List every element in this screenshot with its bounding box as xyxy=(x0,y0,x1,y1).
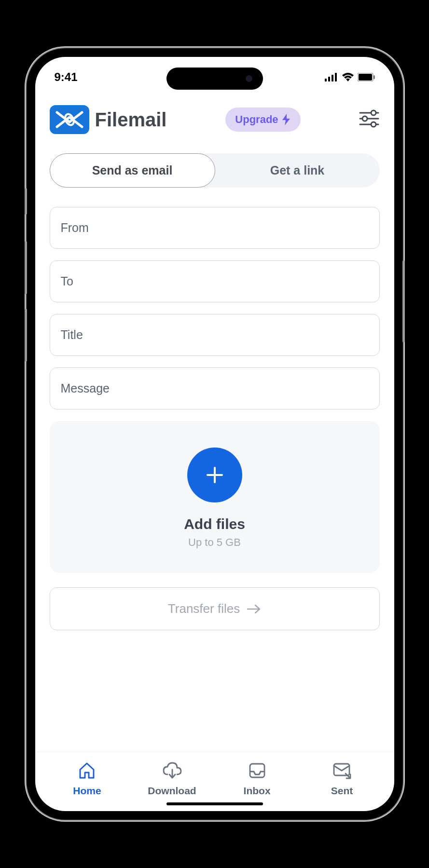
plus-icon xyxy=(205,465,225,485)
nav-home[interactable]: Home xyxy=(63,761,111,797)
svg-rect-18 xyxy=(250,764,264,777)
svg-point-13 xyxy=(371,122,376,127)
cloud-download-icon xyxy=(162,761,183,780)
transfer-label: Transfer files xyxy=(168,601,240,616)
upgrade-label: Upgrade xyxy=(235,113,278,126)
sent-icon xyxy=(332,761,352,780)
app-logo: Filemail xyxy=(50,105,167,134)
svg-rect-5 xyxy=(359,74,372,81)
nav-inbox[interactable]: Inbox xyxy=(233,761,281,797)
svg-rect-6 xyxy=(374,75,375,79)
add-files-button[interactable] xyxy=(187,448,242,502)
arrow-right-icon xyxy=(247,604,261,614)
svg-rect-3 xyxy=(335,73,337,81)
settings-icon[interactable] xyxy=(359,109,379,130)
svg-point-7 xyxy=(63,113,75,127)
app-header: Filemail Upgrade xyxy=(35,91,394,144)
home-indicator[interactable] xyxy=(166,802,263,805)
nav-sent[interactable]: Sent xyxy=(318,761,366,797)
lightning-icon xyxy=(281,114,291,125)
nav-home-label: Home xyxy=(73,785,101,797)
add-files-area[interactable]: Add files Up to 5 GB xyxy=(50,421,380,573)
nav-sent-label: Sent xyxy=(331,785,353,797)
home-icon xyxy=(77,761,97,780)
transfer-files-button[interactable]: Transfer files xyxy=(50,587,380,630)
tab-send-email[interactable]: Send as email xyxy=(50,153,215,188)
svg-point-11 xyxy=(362,116,367,121)
battery-icon xyxy=(358,73,375,81)
title-field[interactable] xyxy=(50,314,380,356)
inbox-icon xyxy=(248,761,267,780)
send-mode-tabs: Send as email Get a link xyxy=(50,153,380,188)
status-time: 9:41 xyxy=(55,70,78,84)
add-files-title: Add files xyxy=(184,516,245,532)
tab-get-link[interactable]: Get a link xyxy=(215,153,380,188)
wifi-icon xyxy=(342,73,354,81)
nav-inbox-label: Inbox xyxy=(244,785,271,797)
add-files-subtitle: Up to 5 GB xyxy=(188,536,241,549)
device-notch xyxy=(166,68,263,90)
upgrade-button[interactable]: Upgrade xyxy=(225,108,300,132)
cellular-icon xyxy=(325,73,338,81)
from-field[interactable] xyxy=(50,207,380,249)
svg-rect-0 xyxy=(325,79,327,81)
svg-rect-19 xyxy=(334,764,349,775)
app-name: Filemail xyxy=(95,109,167,131)
nav-download-label: Download xyxy=(148,785,196,797)
to-field[interactable] xyxy=(50,260,380,302)
message-field[interactable] xyxy=(50,367,380,409)
svg-point-9 xyxy=(371,110,376,115)
svg-rect-1 xyxy=(328,77,330,81)
svg-rect-2 xyxy=(332,75,333,81)
nav-download[interactable]: Download xyxy=(148,761,196,797)
status-icons xyxy=(325,73,375,81)
filemail-logo-icon xyxy=(50,105,89,134)
